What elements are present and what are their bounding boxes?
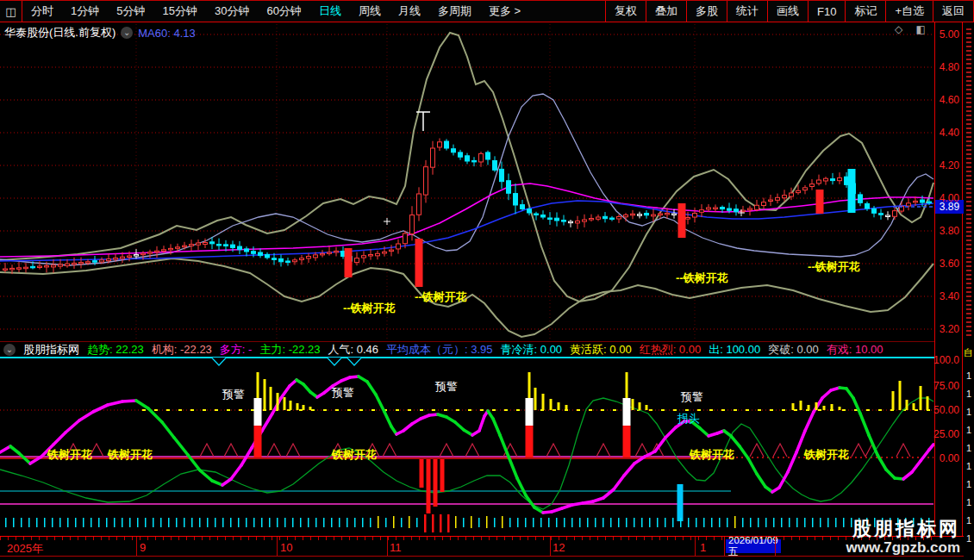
candle-body [114,258,118,259]
bottom-tick [641,518,643,527]
bottom-tick [657,518,659,527]
period-tab[interactable]: 周线 [350,3,390,19]
period-tab[interactable]: 多周期 [429,3,480,19]
oscillator-segment [79,412,93,420]
bottom-tick [261,518,263,527]
candle-body [562,221,566,222]
oscillator-segment [886,470,895,478]
stock-title[interactable]: 华泰股份(日线.前复权) [4,25,116,40]
candle-body [238,246,242,250]
panel-annotation: 预警 [222,387,245,402]
bottom-tick [409,516,410,528]
period-tab[interactable]: 1分钟 [62,3,108,19]
bottom-tick [370,518,371,527]
bottom-tick [835,518,837,527]
zero-line-triangle [896,444,910,457]
chart-corner-icons[interactable]: ◇ ◧ [895,23,931,35]
indicator-field: 多方: - [220,342,253,358]
bottom-tick [696,518,697,527]
indicator-site-name: 股朋指标网 [23,342,79,358]
period-tab[interactable]: 分时 [22,3,62,19]
main-candlestick-chart[interactable] [0,22,934,341]
bottom-tick [36,518,38,527]
candle-body [403,233,408,244]
date-axis-separator [724,537,725,556]
toolbar-button[interactable]: +自选 [886,1,933,22]
panel-annotation: 铁树开花 [804,447,849,463]
toolbar-button[interactable]: 画线 [768,1,809,22]
below-zero-red-bar [427,459,431,513]
candle-body [569,221,573,223]
candle-body [534,214,539,215]
period-tab[interactable]: 月线 [390,3,429,19]
candle-body [590,219,594,221]
period-tab[interactable]: 60分钟 [258,3,309,19]
indicator-field: 红热烈: 0.00 [640,342,702,358]
yellow-histogram-bar [920,386,922,410]
yellow-histogram-bar [792,403,795,410]
candle-body [465,156,470,161]
candle-body [472,160,477,162]
bottom-tick [222,518,224,527]
candle-body [727,208,732,210]
bottom-tick [416,518,418,527]
yellow-histogram-bar [284,397,286,410]
yellow-histogram-bar [927,396,929,410]
candle-body [528,209,532,213]
window-split-icon[interactable]: ◫ [0,1,22,22]
toolbar-button[interactable]: 返回 [933,1,974,22]
indicator-collapse-icon[interactable]: ⌄ [3,344,16,356]
chevron-down-icon[interactable]: ⌄ [121,27,133,39]
candle-body [376,253,380,256]
bottom-tick [820,518,821,527]
chart-title-bar[interactable]: 华泰股份(日线.前复权) ⌄ MA60: 4.13 [4,25,196,40]
bottom-tick [711,518,713,527]
candle-body [686,218,690,220]
period-tabs: 分时1分钟5分钟15分钟30分钟60分钟日线周线月线多周期更多 > [22,3,529,19]
bottom-tick [199,518,201,527]
oscillator-segment [509,457,517,478]
oscillator-segment [66,420,79,432]
period-tab[interactable]: 更多 > [480,3,529,19]
right-sidebar-strip[interactable]: 自 1111111111 [964,22,974,536]
candle-body [631,214,635,215]
zero-line-triangle [286,444,300,457]
period-tab[interactable]: 15分钟 [153,3,205,19]
oscillator-segment [403,424,412,431]
bottom-tick [525,518,527,527]
toolbar-button[interactable]: 复权 [606,1,646,22]
oscillator-segment [853,398,860,414]
toolbar-button[interactable]: 叠加 [646,1,687,22]
bottom-tick [91,518,92,527]
toolbar-button[interactable]: F10 [809,1,846,22]
candle-body [755,205,759,209]
bottom-tick [556,518,558,527]
chart-annotation: --铁树开花 [808,259,860,275]
candle-body [355,258,359,263]
candle-body [169,248,173,250]
toolbar-button[interactable]: 标记 [846,1,886,22]
yellow-histogram-bar [831,404,834,410]
period-tab[interactable]: 日线 [310,3,350,19]
candle-body [148,252,153,254]
oscillator-segment [479,416,484,431]
period-tab[interactable]: 5分钟 [108,3,153,19]
candle-body [121,257,125,258]
oscillator-segment [493,419,500,435]
toolbar-button[interactable]: 统计 [727,1,768,22]
yellow-histogram-bar [270,387,272,410]
date-axis-label: 1 [700,541,706,554]
candle-body [279,258,284,261]
watermark-site-name: 股朋指标网 [846,518,960,539]
indicator-field: 主力: -22.23 [259,342,320,358]
toolbar-button[interactable]: 多股 [687,1,727,22]
period-tab[interactable]: 30分钟 [206,3,258,19]
candle-body [293,260,297,262]
price-axis-label: 4.60 [933,94,959,106]
bottom-tick [207,518,209,527]
candle-body [858,195,863,202]
bottom-tick [300,518,302,527]
candle-body [493,160,497,170]
candle-body [334,251,339,252]
bottom-tick [401,518,403,527]
